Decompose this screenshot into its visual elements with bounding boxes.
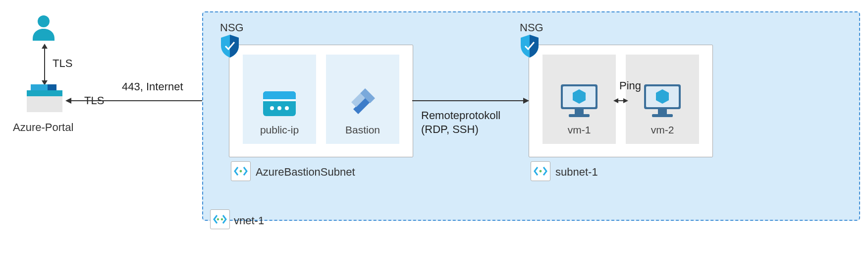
- svg-point-23: [540, 170, 542, 173]
- label-443-internet: 443, Internet: [122, 80, 183, 93]
- svg-point-17: [270, 106, 274, 110]
- subnet-icon-bastion: [231, 161, 251, 181]
- svg-rect-27: [569, 114, 590, 117]
- svg-rect-31: [658, 109, 667, 114]
- bastion-subnet-label: AzureBastionSubnet: [256, 166, 355, 179]
- svg-point-13: [240, 170, 242, 173]
- label-ping: Ping: [619, 79, 641, 92]
- vm-icon: [641, 82, 684, 119]
- svg-point-19: [285, 106, 289, 110]
- public-ip-icon: [260, 88, 299, 119]
- nsg-label-vm: NSG: [520, 21, 543, 34]
- svg-marker-35: [523, 98, 529, 104]
- svg-point-11: [217, 218, 219, 220]
- svg-rect-6: [31, 84, 48, 90]
- svg-point-0: [38, 15, 50, 27]
- arrow-bastion-vm: [412, 96, 529, 109]
- svg-point-18: [277, 106, 281, 110]
- vm1-label: vm-1: [568, 124, 591, 136]
- svg-rect-5: [27, 90, 62, 96]
- shield-icon-vm: [519, 34, 541, 62]
- label-remote-protocol-2: (RDP, SSH): [421, 123, 479, 136]
- svg-rect-26: [575, 109, 584, 114]
- portal-icon: [27, 84, 62, 115]
- arrow-vm1-vm2-real: [616, 96, 625, 109]
- portal-label: Azure-Portal: [13, 121, 73, 134]
- vm2-label: vm-2: [651, 124, 674, 136]
- bastion-icon: [343, 80, 382, 119]
- nsg-label-bastion: NSG: [220, 21, 244, 34]
- vm-icon: [558, 82, 600, 119]
- svg-rect-7: [48, 84, 56, 90]
- card-vm2: vm-2: [626, 55, 699, 144]
- label-user-portal: TLS: [53, 57, 72, 70]
- card-public-ip: public-ip: [243, 55, 316, 144]
- svg-marker-2: [42, 44, 48, 49]
- arrow-user-portal: [40, 44, 50, 88]
- svg-marker-9: [65, 98, 71, 104]
- user-icon: [30, 14, 57, 45]
- svg-point-12: [221, 218, 223, 220]
- public-ip-label: public-ip: [260, 124, 299, 136]
- vnet-icon: [210, 209, 230, 229]
- vnet-label: vnet-1: [234, 214, 264, 227]
- label-remote-protocol-1: Remoteprotokoll: [421, 109, 500, 122]
- svg-rect-32: [652, 114, 673, 117]
- card-vm1: vm-1: [542, 55, 616, 144]
- card-bastion: Bastion: [326, 55, 399, 144]
- vm-subnet-label: subnet-1: [555, 166, 598, 179]
- subnet-icon-vm: [531, 161, 550, 181]
- svg-rect-16: [263, 99, 296, 101]
- bastion-label: Bastion: [345, 124, 380, 136]
- shield-icon-bastion: [219, 34, 241, 62]
